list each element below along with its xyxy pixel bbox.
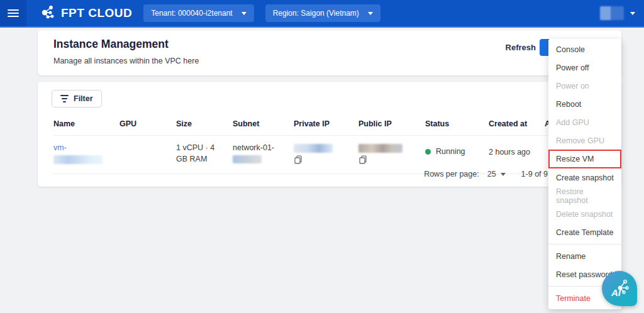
status-running-dot <box>425 149 431 155</box>
redacted-instance-name <box>53 155 103 164</box>
page-subtitle: Manage all instances within the VPC here <box>53 57 199 65</box>
instance-name-link[interactable]: vm- <box>53 143 67 152</box>
redacted-private-ip <box>294 144 333 153</box>
column-header-public-ip: Public IP <box>358 119 425 128</box>
hamburger-icon <box>8 9 19 17</box>
avatar <box>600 6 624 20</box>
chevron-down-icon <box>368 12 373 15</box>
tenant-label: Tenant: 000040-i2tenant <box>151 9 232 18</box>
menu-item-power-on: Power on <box>548 77 621 95</box>
rows-per-page-value: 25 <box>487 170 496 178</box>
cell-subnet: network-01- <box>233 142 294 168</box>
svg-text:AI: AI <box>611 287 621 298</box>
brand-name: FPT CLOUD <box>61 6 132 20</box>
account-menu[interactable] <box>600 6 635 20</box>
cell-name: vm- <box>53 142 119 168</box>
tenant-selector[interactable]: Tenant: 000040-i2tenant <box>143 4 253 22</box>
page-header-card: Instance Management Manage all instances… <box>38 30 621 75</box>
filter-icon <box>60 95 69 102</box>
page-title: Instance Management <box>53 38 169 51</box>
redacted-subnet-suffix <box>233 155 262 163</box>
column-header-name: Name <box>53 119 119 128</box>
column-header-subnet: Subnet <box>233 119 294 128</box>
cell-gpu <box>119 142 176 168</box>
cell-private-ip <box>294 142 358 168</box>
column-header-status: Status <box>425 119 489 128</box>
menu-item-add-gpu: Add GPU <box>548 113 621 131</box>
menu-item-remove-gpu: Remove GPU <box>548 131 621 150</box>
rows-per-page-label: Rows per page: <box>424 170 479 178</box>
copy-public-ip-icon[interactable] <box>358 155 367 168</box>
menu-item-delete-snapshot: Delete snapshot <box>548 205 621 223</box>
table-row: vm- 1 vCPU · 4 GB RAM network-01- <box>53 135 621 174</box>
instances-table-card: Filter Name GPU Size Subnet Private IP P… <box>38 82 621 187</box>
column-header-private-ip: Private IP <box>294 119 358 128</box>
menu-item-create-snapshot[interactable]: Create snapshot <box>548 168 621 187</box>
filter-label: Filter <box>74 94 93 103</box>
column-header-size: Size <box>176 119 233 128</box>
subnet-name: network-01- <box>233 143 274 152</box>
refresh-button[interactable]: Refresh <box>506 43 536 52</box>
redacted-public-ip <box>358 144 402 153</box>
pagination-bar: Rows per page: 25 1-9 of 9 <box>424 170 548 178</box>
menu-item-create-template[interactable]: Create Template <box>548 223 621 241</box>
rows-per-page-select[interactable]: 25 <box>487 170 506 178</box>
filter-button[interactable]: Filter <box>52 90 102 107</box>
menu-item-rename[interactable]: Rename <box>548 247 621 265</box>
menu-divider <box>548 244 621 244</box>
copy-private-ip-icon[interactable] <box>294 155 303 168</box>
status-badge: Running <box>436 146 465 157</box>
cell-public-ip <box>358 142 425 168</box>
menu-item-resize-vm[interactable]: Resize VM <box>548 150 621 168</box>
fpt-cloud-logo-icon <box>40 4 57 23</box>
chevron-down-icon <box>630 12 635 15</box>
cell-created-at: 2 hours ago <box>489 146 545 168</box>
menu-item-reboot[interactable]: Reboot <box>548 95 621 113</box>
brand-logo[interactable]: FPT CLOUD <box>40 4 132 23</box>
ai-molecule-icon: AI <box>606 275 633 302</box>
menu-item-console[interactable]: Console <box>548 40 621 58</box>
pagination-range: 1-9 of 9 <box>521 170 548 178</box>
top-navbar: FPT CLOUD Tenant: 000040-i2tenant Region… <box>0 0 644 26</box>
chevron-down-icon <box>242 12 247 15</box>
cell-status: Running <box>425 142 489 168</box>
region-selector[interactable]: Region: Saigon (Vietnam) <box>265 4 380 22</box>
ai-assistant-fab[interactable]: AI <box>602 271 637 306</box>
table-header-row: Name GPU Size Subnet Private IP Public I… <box>53 119 582 128</box>
menu-item-power-off[interactable]: Power off <box>548 58 621 77</box>
cell-size: 1 vCPU · 4 GB RAM <box>176 142 233 168</box>
column-header-gpu: GPU <box>119 119 176 128</box>
instance-actions-menu: Console Power off Power on Reboot Add GP… <box>548 39 621 309</box>
chevron-down-icon <box>501 173 506 176</box>
region-label: Region: Saigon (Vietnam) <box>273 9 359 18</box>
hamburger-menu-button[interactable] <box>0 0 26 26</box>
column-header-created-at: Created at <box>489 119 545 128</box>
menu-item-restore-snapshot: Restore snapshot <box>548 187 621 205</box>
